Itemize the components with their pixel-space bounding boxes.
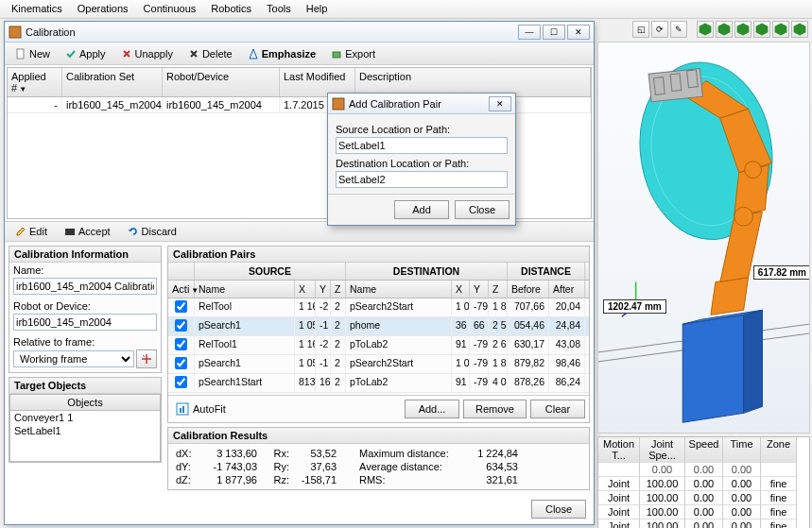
col-joint-speed[interactable]: Joint Spe... — [640, 437, 685, 463]
pair-active-checkbox[interactable] — [168, 336, 195, 354]
pair-row[interactable]: pSearch1Start813162pToLab291-794 0878,26… — [168, 374, 589, 393]
source-label: Source Location or Path: — [336, 124, 508, 135]
robot-input[interactable] — [13, 314, 157, 331]
svg-rect-5 — [180, 408, 181, 413]
toolbar-cube3-icon[interactable] — [734, 21, 752, 38]
pair-row[interactable]: pSearch11 05-12phome36662 5054,4624,84 — [168, 317, 589, 336]
menu-robotics[interactable]: Robotics — [203, 0, 259, 18]
col-zone[interactable]: Zone — [761, 437, 797, 463]
joint-row[interactable]: Joint100.000.000.00fine — [598, 505, 809, 519]
svg-rect-17 — [687, 70, 699, 88]
emphasize-button[interactable]: Emphasize — [241, 45, 322, 62]
pairs-remove-button[interactable]: Remove — [463, 400, 527, 418]
dest-input[interactable] — [336, 171, 508, 188]
pair-active-checkbox[interactable] — [168, 374, 195, 392]
menu-continuous[interactable]: Continuous — [136, 0, 204, 18]
edit-button[interactable]: Edit — [9, 223, 54, 240]
frame-pick-button[interactable] — [136, 349, 157, 368]
calibration-title: Calibration — [26, 26, 76, 38]
calibration-titlebar: Calibration — ☐ ✕ — [5, 22, 594, 43]
close-button[interactable]: Close — [531, 500, 586, 519]
joint-table: Motion T... Joint Spe... Speed Time Zone… — [597, 436, 810, 528]
pair-row[interactable]: RelTool1 16-22pSearch2Start1 0-791 8707,… — [168, 298, 589, 317]
toolbar-cube5-icon[interactable] — [772, 21, 789, 38]
col-speed[interactable]: Speed — [685, 437, 723, 463]
robot-label: Robot or Device: — [9, 298, 161, 314]
col-active[interactable]: Acti▼ — [168, 281, 195, 298]
frame-label: Relative to frame: — [9, 334, 161, 349]
pairs-clear-button[interactable]: Clear — [530, 400, 585, 418]
pair-row[interactable]: pSearch11 05-12pSearch2Start1 0-791 8879… — [168, 355, 589, 374]
toolbar-refresh-icon[interactable]: ⟳ — [651, 21, 668, 38]
name-input[interactable] — [13, 278, 157, 295]
accept-button[interactable]: Accept — [58, 223, 117, 240]
dialog-close-icon[interactable]: ✕ — [489, 96, 511, 111]
maximize-button[interactable]: ☐ — [543, 25, 565, 40]
delete-button[interactable]: Delete — [181, 45, 239, 62]
export-button[interactable]: Export — [324, 45, 382, 62]
col-sx[interactable]: X — [295, 281, 316, 298]
max-value: 1 224,84 — [463, 448, 518, 459]
pair-active-checkbox[interactable] — [168, 298, 195, 316]
dialog-add-button[interactable]: Add — [394, 200, 449, 219]
dz-value: 1 877,96 — [202, 474, 257, 485]
col-time[interactable]: Time — [723, 437, 761, 463]
dialog-icon — [332, 97, 345, 111]
joint-row[interactable]: Joint100.000.000.00fine — [598, 477, 809, 491]
close-window-button[interactable]: ✕ — [567, 25, 590, 40]
frame-select[interactable]: Working frame — [13, 350, 134, 367]
menu-kinematics[interactable]: Kinematics — [4, 0, 70, 18]
col-applied[interactable]: Applied #▼ — [8, 68, 62, 96]
menu-operations[interactable]: Operations — [70, 0, 136, 18]
unapply-button[interactable]: Unapply — [114, 45, 180, 62]
pairs-add-button[interactable]: Add... — [405, 400, 459, 418]
col-set[interactable]: Calibration Set — [62, 68, 163, 96]
col-motion-type[interactable]: Motion T... — [598, 437, 640, 463]
col-after[interactable]: After — [549, 281, 585, 298]
menu-tools[interactable]: Tools — [259, 0, 299, 18]
menubar: Kinematics Operations Continuous Robotic… — [0, 0, 812, 19]
minimize-button[interactable]: — — [518, 25, 541, 40]
rms-value: 321,61 — [463, 474, 518, 485]
avg-label: Average distance: — [359, 461, 463, 472]
col-dname[interactable]: Name — [346, 281, 452, 298]
autofit-button[interactable]: AutoFit — [193, 403, 226, 415]
col-sname[interactable]: Name — [195, 281, 295, 298]
col-robot[interactable]: Robot/Device — [163, 68, 280, 96]
3d-viewport[interactable]: 617.82 mm 1202.47 mm — [597, 42, 810, 434]
target-object-item[interactable]: SetLabel1 — [10, 424, 160, 437]
rz-value: -158,71 — [289, 474, 337, 485]
toolbar-cube1-icon[interactable] — [697, 21, 714, 38]
joint-row[interactable]: 0.00 0.00 0.00 — [598, 463, 809, 477]
pair-row[interactable]: RelTool11 16-22pToLab291-792 6630,1743,0… — [168, 336, 589, 355]
rx-value: 53,52 — [289, 448, 337, 459]
col-dz[interactable]: Z — [489, 281, 508, 298]
dialog-title: Add Calibration Pair — [349, 98, 441, 110]
joint-row[interactable]: Joint100.000.000.00fine — [598, 519, 809, 528]
source-input[interactable] — [336, 137, 508, 154]
pair-active-checkbox[interactable] — [168, 355, 195, 373]
toolbar-fit-icon[interactable]: ◱ — [632, 21, 649, 38]
discard-button[interactable]: Discard — [121, 223, 183, 240]
top-toolbar: ◱ ⟳ ✎ — [632, 21, 808, 38]
new-button[interactable]: New — [9, 45, 57, 62]
joint-row[interactable]: Joint100.000.000.00fine — [598, 491, 809, 505]
dialog-close-button[interactable]: Close — [455, 200, 510, 219]
add-pair-dialog: Add Calibration Pair ✕ Source Location o… — [327, 93, 516, 226]
toolbar-cube2-icon[interactable] — [716, 21, 733, 38]
menu-help[interactable]: Help — [299, 0, 336, 18]
svg-point-13 — [745, 162, 762, 179]
col-dx[interactable]: X — [452, 281, 470, 298]
calibration-icon — [9, 26, 22, 39]
target-object-item[interactable]: Conveyer1 1 — [10, 411, 160, 424]
objects-header[interactable]: Objects — [10, 395, 160, 411]
toolbar-cube6-icon[interactable] — [791, 21, 808, 38]
col-sz[interactable]: Z — [331, 281, 346, 298]
toolbar-cube4-icon[interactable] — [753, 21, 770, 38]
col-dy[interactable]: Y — [470, 281, 489, 298]
toolbar-note-icon[interactable]: ✎ — [670, 21, 687, 38]
apply-button[interactable]: Apply — [59, 45, 112, 62]
pair-active-checkbox[interactable] — [168, 317, 195, 335]
col-sy[interactable]: Y — [316, 281, 331, 298]
col-before[interactable]: Before — [508, 281, 549, 298]
